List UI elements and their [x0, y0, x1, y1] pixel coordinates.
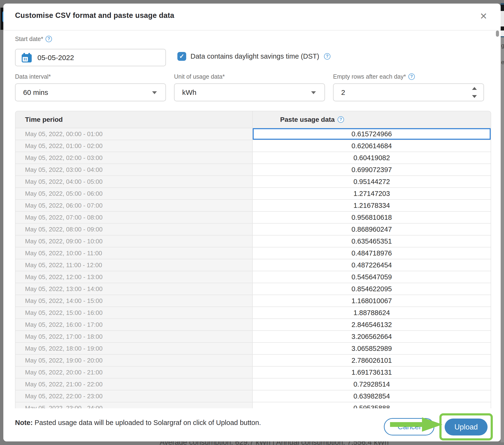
usage-table-body: May 05, 2022, 00:00 - 01:000.615724966Ma… [16, 128, 491, 408]
time-period-cell: May 05, 2022, 13:00 - 14:00 [16, 283, 253, 295]
unit-select[interactable]: kWh [174, 83, 325, 101]
time-period-cell: May 05, 2022, 18:00 - 19:00 [16, 343, 253, 354]
table-row: May 05, 2022, 09:00 - 10:000.635465351 [16, 235, 491, 248]
usage-value-cell[interactable]: 0.484718976 [253, 248, 491, 259]
note-text: Pasted usage data will be uploaded to So… [35, 419, 261, 427]
usage-value-cell[interactable]: 3.065852989 [253, 343, 491, 354]
background-right-sliver [501, 5, 504, 11]
table-row: May 05, 2022, 20:00 - 21:001.691736131 [16, 367, 491, 378]
note-prefix: Note: [15, 419, 33, 427]
usage-value-cell[interactable]: 0.95144272 [253, 176, 491, 187]
time-period-header: Time period [16, 111, 253, 128]
usage-value-cell[interactable]: 0.59535888 [253, 402, 491, 408]
stepper-down-icon[interactable] [472, 95, 477, 98]
paste-usage-header: Paste usage data ? [253, 111, 491, 128]
usage-value-cell[interactable]: 0.699072397 [253, 164, 491, 176]
start-date-value: 05-05-2022 [37, 54, 74, 62]
background-right-sliver [501, 26, 504, 31]
usage-value-cell[interactable]: 0.487226454 [253, 259, 491, 271]
usage-value-cell[interactable]: 0.620614684 [253, 140, 491, 152]
start-date-input[interactable]: 31 05-05-2022 [15, 49, 166, 66]
data-interval-select[interactable]: 60 mins [15, 83, 166, 101]
usage-value-cell[interactable]: 1.21678334 [253, 200, 491, 211]
table-row: May 05, 2022, 14:00 - 15:001.168010067 [16, 295, 491, 307]
calendar-icon: 31 [22, 53, 32, 62]
data-interval-label: Data interval* [15, 73, 51, 80]
close-icon[interactable]: ✕ [480, 12, 487, 21]
time-period-cell: May 05, 2022, 09:00 - 10:00 [16, 235, 253, 247]
help-icon[interactable]: ? [338, 116, 344, 123]
usage-value-cell[interactable]: 1.691736131 [253, 367, 491, 378]
usage-value-cell[interactable]: 0.868960247 [253, 224, 491, 235]
usage-value-cell[interactable]: 0.854622095 [253, 283, 491, 295]
usage-value-cell[interactable]: 0.635465351 [253, 235, 491, 247]
table-row: May 05, 2022, 16:00 - 17:002.846546132 [16, 319, 491, 331]
background-right-sliver: ge [501, 37, 504, 442]
usage-value-cell[interactable]: 0.956810618 [253, 212, 491, 223]
table-row: May 05, 2022, 02:00 - 03:000.60419082 [16, 152, 491, 164]
usage-value-cell[interactable]: 1.27147203 [253, 188, 491, 199]
empty-rows-value: 2 [341, 89, 345, 97]
table-row: May 05, 2022, 06:00 - 07:001.21678334 [16, 200, 491, 212]
footer-note: Note: Pasted usage data will be uploaded… [15, 408, 261, 437]
table-row: May 05, 2022, 04:00 - 05:000.95144272 [16, 176, 491, 188]
table-row: May 05, 2022, 17:00 - 18:003.206562664 [16, 331, 491, 343]
table-row: May 05, 2022, 11:00 - 12:000.487226454 [16, 259, 491, 271]
table-row: May 05, 2022, 07:00 - 08:000.956810618 [16, 212, 491, 224]
table-row: May 05, 2022, 15:00 - 16:001.88788624 [16, 307, 491, 319]
usage-value-cell[interactable]: 0.545647059 [253, 271, 491, 283]
table-row: May 05, 2022, 05:00 - 06:001.27147203 [16, 188, 491, 200]
usage-value-cell[interactable]: 2.846546132 [253, 319, 491, 330]
table-row: May 05, 2022, 18:00 - 19:003.065852989 [16, 343, 491, 355]
table-row: May 05, 2022, 21:00 - 22:000.72928514 [16, 378, 491, 391]
table-row: May 05, 2022, 22:00 - 23:000.63982854 [16, 391, 491, 402]
usage-value-cell[interactable]: 1.88788624 [253, 307, 491, 319]
time-period-cell: May 05, 2022, 01:00 - 02:00 [16, 140, 253, 152]
usage-value-cell[interactable]: 0.72928514 [253, 378, 491, 390]
chevron-down-icon [311, 91, 316, 94]
usage-value-cell[interactable]: 0.63982854 [253, 391, 491, 402]
start-date-label: Start date* [15, 36, 43, 42]
help-icon[interactable]: ? [46, 36, 52, 42]
time-period-cell: May 05, 2022, 07:00 - 08:00 [16, 212, 253, 223]
empty-rows-stepper[interactable]: 2 [333, 83, 484, 101]
time-period-cell: May 05, 2022, 02:00 - 03:00 [16, 152, 253, 163]
background-right-sliver [501, 3, 504, 5]
usage-value-cell[interactable]: 1.168010067 [253, 295, 491, 306]
usage-value-cell[interactable]: 0.60419082 [253, 152, 491, 163]
table-row: May 05, 2022, 12:00 - 13:000.545647059 [16, 271, 491, 283]
stepper-up-icon[interactable] [472, 87, 477, 90]
data-interval-value: 60 mins [23, 89, 48, 97]
table-row: May 05, 2022, 03:00 - 04:000.699072397 [16, 164, 491, 176]
table-row: May 05, 2022, 23:00 - 24:000.59535888 [16, 402, 491, 408]
usage-value-cell[interactable]: 2.786026101 [253, 355, 491, 366]
table-header-row: Time period Paste usage data ? [16, 111, 491, 128]
time-period-cell: May 05, 2022, 20:00 - 21:00 [16, 367, 253, 378]
start-date-label-row: Start date* ? [15, 36, 52, 42]
usage-table: Time period Paste usage data ? May 05, 2… [15, 111, 491, 408]
time-period-cell: May 05, 2022, 03:00 - 04:00 [16, 164, 253, 176]
cancel-button[interactable]: Cancel [384, 418, 434, 435]
usage-value-cell[interactable]: 3.206562664 [253, 331, 491, 342]
time-period-cell: May 05, 2022, 17:00 - 18:00 [16, 331, 253, 342]
time-period-cell: May 05, 2022, 19:00 - 20:00 [16, 355, 253, 366]
table-row: May 05, 2022, 00:00 - 01:000.615724966 [16, 128, 491, 140]
usage-value-cell[interactable]: 0.615724966 [253, 128, 491, 140]
dst-checkbox-group: ✓ Data contains daylight savings time (D… [177, 52, 330, 61]
background-right-sliver [501, 31, 504, 36]
dst-checkbox[interactable]: ✓ [177, 52, 186, 61]
time-period-cell: May 05, 2022, 22:00 - 23:00 [16, 391, 253, 402]
table-row: May 05, 2022, 13:00 - 14:000.854622095 [16, 283, 491, 295]
time-period-cell: May 05, 2022, 16:00 - 17:00 [16, 319, 253, 330]
unit-label: Unit of usage data* [174, 73, 225, 80]
time-period-cell: May 05, 2022, 05:00 - 06:00 [16, 188, 253, 199]
scrollbar-thumb[interactable] [496, 31, 499, 37]
help-icon[interactable]: ? [324, 53, 330, 60]
empty-rows-label: Empty rows after each day* [333, 73, 406, 80]
dst-label: Data contains daylight savings time (DST… [191, 53, 319, 60]
upload-button[interactable]: Upload [445, 419, 487, 435]
help-icon[interactable]: ? [408, 73, 415, 80]
table-row: May 05, 2022, 19:00 - 20:002.786026101 [16, 355, 491, 367]
time-period-cell: May 05, 2022, 12:00 - 13:00 [16, 271, 253, 283]
csv-format-dialog: Customise CSV format and paste usage dat… [3, 4, 501, 441]
